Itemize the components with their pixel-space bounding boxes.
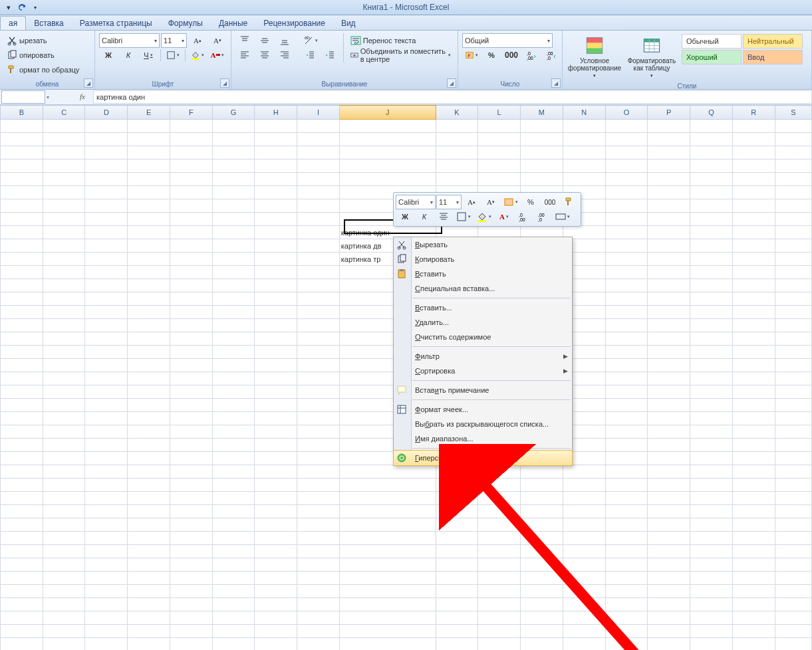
- cell[interactable]: [170, 359, 212, 372]
- cell[interactable]: [775, 146, 811, 160]
- cell[interactable]: [128, 199, 170, 213]
- cell[interactable]: [128, 279, 170, 292]
- cell[interactable]: [339, 532, 436, 545]
- cell[interactable]: [605, 253, 648, 266]
- cell[interactable]: [297, 226, 339, 239]
- cell[interactable]: [1, 199, 43, 213]
- copy-button[interactable]: опировать: [4, 48, 57, 62]
- cell[interactable]: [690, 465, 733, 479]
- cell[interactable]: [297, 306, 339, 319]
- cell[interactable]: [255, 452, 297, 465]
- cell[interactable]: [85, 598, 128, 611]
- cell[interactable]: [128, 598, 170, 611]
- cell[interactable]: [212, 598, 255, 611]
- cell[interactable]: [128, 146, 170, 160]
- cell[interactable]: [339, 598, 436, 611]
- cell[interactable]: [1, 545, 43, 558]
- cell[interactable]: [1, 319, 43, 332]
- cell[interactable]: [85, 479, 128, 492]
- cell[interactable]: [43, 120, 85, 133]
- cell[interactable]: [732, 306, 775, 319]
- cell[interactable]: [436, 492, 478, 505]
- cell[interactable]: [690, 120, 733, 133]
- cell[interactable]: [732, 532, 775, 545]
- cell[interactable]: [85, 385, 128, 399]
- cell[interactable]: [1, 239, 43, 253]
- cell[interactable]: [255, 319, 297, 332]
- cell[interactable]: [605, 585, 648, 598]
- cell[interactable]: [478, 120, 521, 133]
- cell[interactable]: [212, 146, 255, 160]
- cell[interactable]: [648, 306, 690, 319]
- ctx--[interactable]: Очистить содержимое: [394, 330, 572, 344]
- cell[interactable]: [648, 399, 690, 412]
- cell[interactable]: [732, 319, 775, 332]
- cell[interactable]: [170, 239, 212, 253]
- mini-percent[interactable]: %: [521, 195, 540, 209]
- cell[interactable]: [85, 518, 128, 532]
- cell[interactable]: [255, 253, 297, 266]
- cell[interactable]: [648, 239, 690, 253]
- cell[interactable]: [85, 425, 128, 439]
- cell[interactable]: [255, 213, 297, 226]
- mini-font-name[interactable]: Calibri▾: [396, 195, 436, 209]
- cell[interactable]: [1, 625, 43, 638]
- cell[interactable]: [648, 585, 690, 598]
- merge-center-button[interactable]: aОбъединить и поместить в центре: [348, 48, 454, 62]
- ctx--[interactable]: Формат ячеек...: [394, 402, 572, 417]
- cell[interactable]: [520, 532, 563, 545]
- worksheet[interactable]: BCDEFGHIJKLMNOPQRSкартинка одинкартинка …: [0, 105, 812, 650]
- cell[interactable]: [297, 638, 339, 651]
- cell[interactable]: [478, 160, 521, 173]
- cell[interactable]: [605, 558, 648, 572]
- cell[interactable]: [1, 425, 43, 439]
- cell[interactable]: [690, 160, 733, 173]
- align-right-button[interactable]: [275, 48, 294, 62]
- mini-dec-decimal[interactable]: ,00,0: [533, 209, 552, 224]
- cell[interactable]: [732, 239, 775, 253]
- cell[interactable]: [170, 452, 212, 465]
- cell[interactable]: [170, 226, 212, 239]
- cell[interactable]: [255, 585, 297, 598]
- cell[interactable]: [128, 465, 170, 479]
- cell[interactable]: [128, 518, 170, 532]
- cell[interactable]: [478, 518, 521, 532]
- font-color-button[interactable]: A: [208, 48, 227, 62]
- cell[interactable]: [775, 572, 811, 585]
- cell[interactable]: [648, 439, 690, 452]
- cell[interactable]: [297, 611, 339, 625]
- cell[interactable]: [648, 638, 690, 651]
- cell[interactable]: [85, 213, 128, 226]
- cell[interactable]: [605, 399, 648, 412]
- cell[interactable]: [212, 120, 255, 133]
- cell[interactable]: [297, 425, 339, 439]
- cell[interactable]: [85, 625, 128, 638]
- cell[interactable]: [436, 532, 478, 545]
- cell[interactable]: [212, 465, 255, 479]
- cell[interactable]: [339, 585, 436, 598]
- cell[interactable]: [1, 385, 43, 399]
- cell[interactable]: [732, 385, 775, 399]
- cell[interactable]: [170, 199, 212, 213]
- cell[interactable]: [128, 492, 170, 505]
- cell[interactable]: [212, 572, 255, 585]
- cell[interactable]: [648, 425, 690, 439]
- cell[interactable]: [170, 532, 212, 545]
- cell[interactable]: [605, 319, 648, 332]
- cell[interactable]: [43, 332, 85, 346]
- cell[interactable]: [775, 199, 811, 213]
- cell[interactable]: [43, 585, 85, 598]
- ctx--[interactable]: Выбрать из раскрывающегося списка...: [394, 417, 572, 431]
- cell[interactable]: [563, 518, 605, 532]
- cell[interactable]: [212, 160, 255, 173]
- cell[interactable]: [85, 532, 128, 545]
- cell[interactable]: [85, 146, 128, 160]
- name-box-dropdown[interactable]: ▾: [47, 94, 49, 100]
- cell[interactable]: [297, 479, 339, 492]
- cell[interactable]: [297, 585, 339, 598]
- cell[interactable]: [85, 199, 128, 213]
- cell[interactable]: [1, 213, 43, 226]
- cell[interactable]: [212, 611, 255, 625]
- cell[interactable]: [605, 439, 648, 452]
- cell[interactable]: [255, 359, 297, 372]
